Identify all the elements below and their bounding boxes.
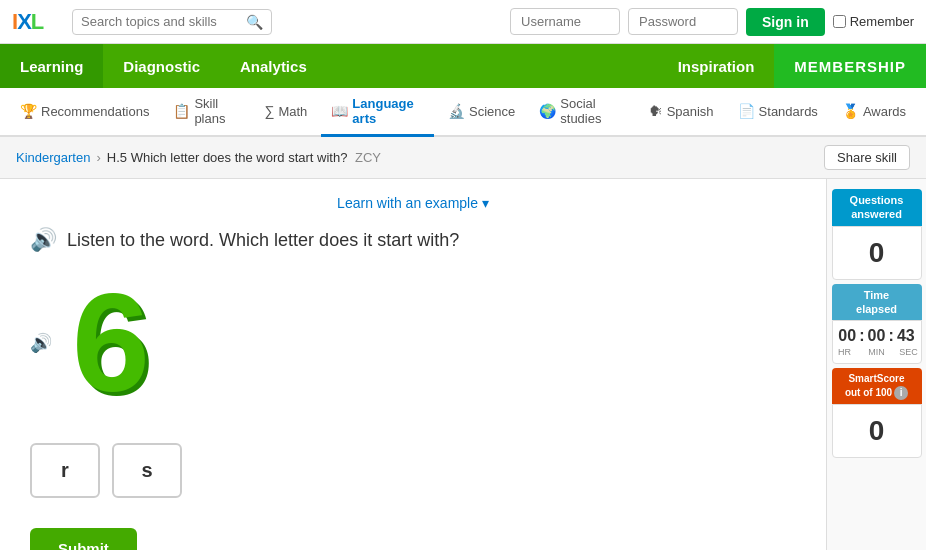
tab-recommendations[interactable]: 🏆 Recommendations: [10, 95, 159, 130]
tab-awards[interactable]: 🏅 Awards: [832, 95, 916, 130]
chevron-down-icon: ▾: [482, 195, 489, 211]
time-sec: 43: [896, 327, 916, 345]
breadcrumb-current: H.5 Which letter does the word start wit…: [107, 150, 381, 165]
nav-item-diagnostic[interactable]: Diagnostic: [103, 44, 220, 88]
spanish-icon: 🗣: [649, 103, 663, 119]
tab-spanish[interactable]: 🗣 Spanish: [639, 95, 724, 130]
number-display-area: 🔊 6: [30, 273, 796, 413]
language-arts-icon: 📖: [331, 103, 348, 119]
science-icon: 🔬: [448, 103, 465, 119]
top-bar: IXL 🔍 Sign in Remember: [0, 0, 926, 44]
time-sec-label: SEC: [899, 347, 919, 357]
question-area: Learn with an example ▾ 🔊 Listen to the …: [0, 179, 826, 550]
tab-social-studies[interactable]: 🌍 Social studies: [529, 88, 634, 137]
recommendations-icon: 🏆: [20, 103, 37, 119]
right-panel: Questions answered 0 Time elapsed 00 : 0…: [826, 179, 926, 550]
time-hr-label: HR: [835, 347, 855, 357]
breadcrumb-arrow: ›: [96, 150, 100, 165]
logo-l: L: [31, 9, 43, 35]
tab-math[interactable]: ∑ Math: [254, 95, 317, 130]
skill-plans-icon: 📋: [173, 103, 190, 119]
time-digits: 00 : 00 : 43: [837, 327, 917, 345]
tab-skill-plans[interactable]: 📋 Skill plans: [163, 88, 250, 137]
remember-checkbox[interactable]: [833, 15, 846, 28]
time-hr: 00: [837, 327, 857, 345]
auth-section: Sign in Remember: [510, 8, 914, 36]
logo: IXL: [12, 9, 60, 35]
questions-answered-label: Questions answered: [832, 189, 922, 226]
answer-r-button[interactable]: r: [30, 443, 100, 498]
sound-icon-small[interactable]: 🔊: [30, 332, 52, 354]
smart-score-label: SmartScore out of 100 i: [832, 368, 922, 404]
breadcrumb-parent[interactable]: Kindergarten: [16, 150, 90, 165]
password-input[interactable]: [628, 8, 738, 35]
info-icon[interactable]: i: [894, 386, 908, 400]
search-box[interactable]: 🔍: [72, 9, 272, 35]
nav-item-analytics[interactable]: Analytics: [220, 44, 327, 88]
tab-language-arts[interactable]: 📖 Language arts: [321, 88, 434, 137]
search-input[interactable]: [81, 14, 240, 29]
learn-example-link[interactable]: Learn with an example ▾: [337, 195, 489, 211]
search-icon: 🔍: [246, 14, 263, 30]
smart-score-value: 0: [832, 404, 922, 458]
breadcrumb: Kindergarten › H.5 Which letter does the…: [16, 150, 381, 165]
signin-button[interactable]: Sign in: [746, 8, 825, 36]
subject-tabs: 🏆 Recommendations 📋 Skill plans ∑ Math 📖…: [0, 88, 926, 137]
nav-bar: Learning Diagnostic Analytics Inspiratio…: [0, 44, 926, 88]
question-label: Listen to the word. Which letter does it…: [67, 230, 459, 251]
username-input[interactable]: [510, 8, 620, 35]
breadcrumb-bar: Kindergarten › H.5 Which letter does the…: [0, 137, 926, 179]
time-labels: HR MIN SEC: [837, 347, 917, 357]
sound-icon[interactable]: 🔊: [30, 227, 57, 253]
time-elapsed-label: Time elapsed: [832, 284, 922, 321]
display-number: 6: [72, 273, 150, 413]
awards-icon: 🏅: [842, 103, 859, 119]
social-studies-icon: 🌍: [539, 103, 556, 119]
standards-icon: 📄: [738, 103, 755, 119]
learn-example: Learn with an example ▾: [30, 195, 796, 211]
math-icon: ∑: [264, 103, 274, 119]
time-min-label: MIN: [867, 347, 887, 357]
time-display: 00 : 00 : 43 HR MIN SEC: [832, 320, 922, 364]
remember-label[interactable]: Remember: [833, 14, 914, 29]
answer-s-button[interactable]: s: [112, 443, 182, 498]
questions-answered-value: 0: [832, 226, 922, 280]
submit-button[interactable]: Submit: [30, 528, 137, 550]
smart-score-box: SmartScore out of 100 i 0: [832, 368, 922, 458]
nav-item-learning[interactable]: Learning: [0, 44, 103, 88]
answer-choices: r s: [30, 443, 796, 498]
nav-item-membership[interactable]: MEMBERSHIP: [774, 44, 926, 88]
question-text: 🔊 Listen to the word. Which letter does …: [30, 227, 796, 253]
time-elapsed-box: Time elapsed 00 : 00 : 43 HR MIN SEC: [832, 284, 922, 365]
main-content: Learn with an example ▾ 🔊 Listen to the …: [0, 179, 926, 550]
nav-item-inspiration[interactable]: Inspiration: [658, 44, 775, 88]
share-skill-button[interactable]: Share skill: [824, 145, 910, 170]
logo-x: X: [17, 9, 31, 35]
time-min: 00: [867, 327, 887, 345]
questions-answered-box: Questions answered 0: [832, 189, 922, 280]
tab-standards[interactable]: 📄 Standards: [728, 95, 828, 130]
tab-science[interactable]: 🔬 Science: [438, 95, 525, 130]
